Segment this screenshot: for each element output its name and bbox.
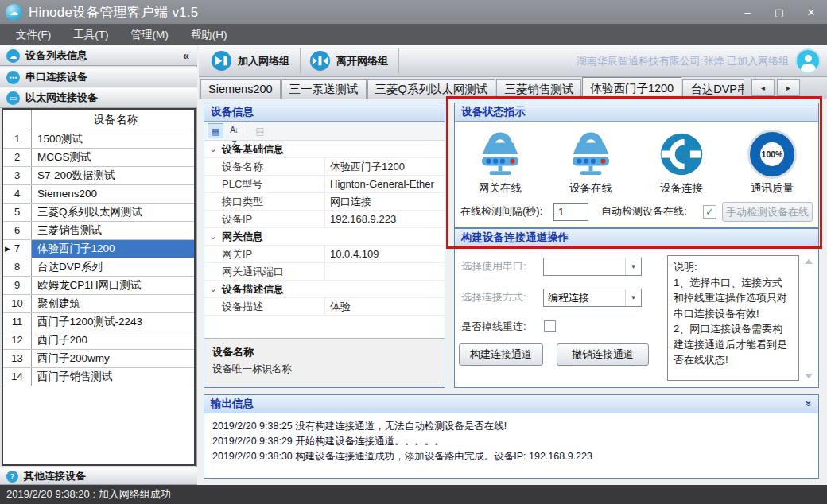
app-logo-icon: ☁	[6, 4, 22, 21]
categorized-view-icon[interactable]: ▦	[208, 123, 223, 138]
menu-file[interactable]: 文件(F)	[5, 24, 62, 45]
scroll-down-icon[interactable]	[805, 374, 813, 378]
window-title: Hinode设备管理客户端 v1.5	[29, 3, 198, 21]
table-row[interactable]: 2MCGS测试	[3, 149, 194, 167]
table-row[interactable]: 13西门子200wmy	[3, 350, 194, 368]
table-row[interactable]: 9欧姆龙CP1H网口测试	[3, 277, 194, 295]
join-network-icon	[211, 50, 232, 72]
device-name-header: 设备名称	[32, 110, 194, 130]
tab-siemens200[interactable]: Siemens200	[200, 79, 281, 99]
property-row[interactable]: PLC型号Hignton-General-Ether	[204, 176, 445, 193]
chevron-down-icon: ⌄	[204, 141, 222, 157]
indicator-device-online: 设备在线	[546, 129, 636, 196]
table-row[interactable]: 8台达DVP系列	[3, 258, 194, 277]
property-row[interactable]: 接口类型网口连接	[204, 193, 445, 211]
sidebar-section-serial[interactable]: ⋯ 串口连接设备	[0, 67, 197, 87]
serial-select-combo[interactable]: ▾	[543, 258, 642, 276]
property-row[interactable]: 设备名称体验西门子1200	[204, 158, 445, 176]
tab-sany-pump[interactable]: 三一泵送测试	[281, 79, 367, 99]
property-row[interactable]: 网关通讯端口	[204, 263, 445, 281]
table-row[interactable]: 12西门子200	[3, 331, 194, 350]
ethernet-section-label: 以太网连接设备	[25, 91, 98, 105]
combo-arrow-icon: ▾	[625, 289, 641, 306]
manual-check-button[interactable]: 手动检测设备在线	[722, 202, 813, 222]
chevron-down-icon: ⌄	[204, 228, 222, 245]
table-row[interactable]: 10聚创建筑	[3, 295, 194, 313]
combo-arrow-icon: ▾	[625, 258, 641, 275]
device-connect-icon	[658, 131, 705, 177]
tab-mitsubishi-q[interactable]: 三菱Q系列以太网测试	[367, 79, 496, 99]
close-button[interactable]: ✕	[795, 0, 827, 24]
device-online-icon	[566, 131, 615, 177]
menu-tools[interactable]: 工具(T)	[62, 24, 119, 45]
menu-help[interactable]: 帮助(H)	[180, 24, 239, 45]
property-group-gateway[interactable]: ⌄ 网关信息	[204, 228, 445, 246]
sidebar-section-ethernet[interactable]: ▭ 以太网连接设备	[0, 87, 197, 108]
log-line: 2019/2/20 9:38:25 没有构建连接通道，无法自动检测设备是否在线!	[212, 419, 810, 434]
table-row-selected[interactable]: ▶7 体验西门子1200	[3, 240, 194, 258]
device-tab-bar: Siemens200 三一泵送测试 三菱Q系列以太网测试 三菱销售测试 体验西门…	[199, 77, 827, 99]
channel-panel: 构建设备连接通道操作 选择使用串口: ▾ 选择连接方式: 编程连接 ▾ 是否掉线…	[454, 228, 819, 388]
table-row[interactable]: 6三菱销售测试	[3, 222, 194, 240]
property-group-basic[interactable]: ⌄ 设备基础信息	[204, 141, 445, 158]
log-line: 2019/2/20 9:38:30 构建设备连接通道成功，添加设备路由完成。设备…	[212, 449, 810, 464]
interval-label: 在线检测间隔(秒):	[460, 202, 542, 221]
sidebar-section-other[interactable]: ? 其他连接设备	[0, 467, 197, 485]
leave-network-button[interactable]: 离开网络组	[302, 48, 399, 74]
output-panel-header: 输出信息 «	[204, 395, 818, 413]
status-panel-header: 设备状态指示	[455, 103, 818, 122]
output-collapse-icon[interactable]: «	[798, 401, 816, 406]
tab-delta-dvp[interactable]: 台达DVP串口测试	[682, 79, 744, 99]
table-row[interactable]: 3S7-200数据测试	[3, 167, 194, 185]
property-description-text: 设备唯一标识名称	[212, 362, 437, 376]
leave-network-icon	[309, 50, 331, 72]
device-info-header: 设备信息	[204, 103, 445, 122]
reconnect-checkbox[interactable]	[544, 320, 556, 332]
gateway-online-icon	[476, 131, 525, 177]
interval-input[interactable]	[553, 203, 588, 221]
avatar-head	[805, 55, 812, 62]
build-channel-button[interactable]: 构建连接通道	[459, 343, 543, 366]
selected-row-marker: ▶	[5, 240, 10, 258]
menu-bar: 文件(F) 工具(T) 管理(M) 帮助(H)	[0, 24, 827, 45]
auto-check-checkbox[interactable]: ✓	[703, 205, 716, 219]
property-row[interactable]: 网关IP10.0.4.109	[204, 246, 445, 263]
property-description-title: 设备名称	[212, 345, 437, 359]
device-list-icon: ☁	[6, 49, 20, 63]
property-row[interactable]: 设备描述体验	[204, 298, 445, 316]
tab-scroll-left-button[interactable]: ◂	[751, 79, 775, 96]
property-group-description[interactable]: ⌄ 设备描述信息	[204, 281, 445, 298]
tab-siemens1200-active[interactable]: 体验西门子1200	[582, 77, 681, 99]
mode-select-label: 选择连接方式:	[461, 288, 526, 307]
status-bar: 2019/2/20 9:38:20 : 加入网络组成功	[0, 485, 827, 504]
toolbar-separator	[247, 125, 247, 138]
tab-scroll-right-button[interactable]: ▸	[777, 79, 800, 96]
table-row[interactable]: 14西门子销售测试	[3, 368, 194, 386]
user-avatar	[795, 48, 821, 74]
network-toolbar: 加入网络组 离开网络组 湖南华辰智通科技有限公司:张烨 已加入网络组	[199, 45, 827, 77]
sidebar-collapse-button[interactable]: «	[183, 49, 189, 62]
table-row[interactable]: 11西门子1200测试-2243	[3, 313, 194, 331]
tab-mitsubishi-sales[interactable]: 三菱销售测试	[496, 79, 581, 99]
note-line: 2、网口连接设备需要构建连接通道后才能看到是否在线状态!	[674, 321, 793, 368]
table-row[interactable]: 5三菱Q系列以太网测试	[3, 204, 194, 222]
minimize-button[interactable]: –	[732, 0, 763, 24]
join-network-button[interactable]: 加入网络组	[204, 48, 301, 74]
property-row[interactable]: 设备IP192.168.9.223	[204, 211, 445, 228]
table-row[interactable]: 4Siemens200	[3, 185, 194, 204]
device-status-panel: 设备状态指示 网关在线	[454, 103, 819, 228]
channel-panel-header: 构建设备连接通道操作	[455, 229, 818, 247]
mode-select-combo[interactable]: 编程连接 ▾	[543, 289, 642, 307]
menu-manage[interactable]: 管理(M)	[120, 24, 180, 45]
note-line: 1、选择串口、连接方式和掉线重连操作选项只对串口连接设备有效!	[674, 275, 793, 322]
scroll-up-icon[interactable]	[805, 259, 813, 264]
serial-section-label: 串口连接设备	[25, 70, 87, 84]
maximize-button[interactable]: ▢	[763, 0, 795, 24]
comm-quality-value: 100%	[762, 149, 783, 159]
alphabetical-sort-icon[interactable]: A↓Z	[226, 123, 242, 138]
log-line: 2019/2/20 9:38:29 开始构建设备连接通道。。。。。	[212, 434, 810, 449]
table-row[interactable]: 11500测试	[3, 130, 194, 149]
note-line: 说明:	[674, 259, 793, 275]
serial-select-label: 选择使用串口:	[461, 257, 526, 276]
revoke-channel-button[interactable]: 撤销连接通道	[557, 343, 649, 366]
